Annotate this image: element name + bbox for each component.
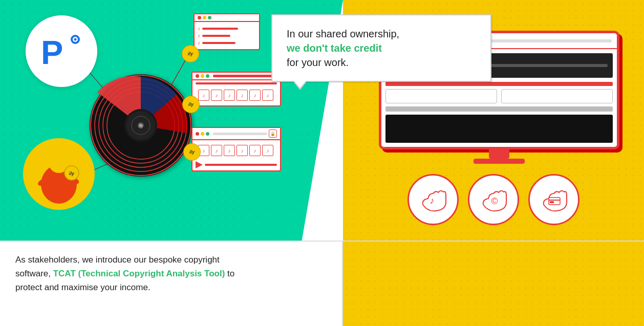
browser-body-1: ♪ ♪ ♪	[195, 22, 259, 49]
svg-text:ily: ily	[69, 171, 75, 176]
bottom-right	[343, 242, 644, 326]
music-cell: ♪	[198, 90, 209, 101]
browser-body-3: ♪ ♪ ♪ ♪ ♪ ♪	[192, 140, 280, 170]
tcat-stand	[489, 149, 509, 159]
browser-window-1: ♪ ♪ ♪	[194, 13, 260, 50]
music-note: ♪	[198, 33, 200, 38]
artist-svg: ily	[28, 143, 90, 205]
dot-y-1	[203, 16, 206, 19]
svg-text:©: ©	[491, 196, 498, 206]
speech-line1-text: In our shared ownership,	[287, 28, 399, 39]
logo-svg: P	[38, 33, 84, 69]
music-cell: ♪	[262, 90, 273, 101]
dot-red-2	[196, 74, 199, 78]
playback-bar	[196, 161, 277, 168]
tcat-input-row	[385, 89, 613, 103]
music-cell: ♪	[224, 90, 235, 101]
bottom-section: As stakeholders, we introduce our bespok…	[0, 241, 644, 326]
logo-circle: P	[26, 15, 97, 87]
browser-body-2: ♪ ♪ ♪ ♪ ♪ ♪	[192, 80, 280, 105]
tcat-input-2	[501, 89, 613, 103]
bottom-left: As stakeholders, we introduce our bespok…	[0, 242, 343, 326]
music-hand-svg: ♪	[418, 184, 448, 215]
browser-window-3: 🔒 ♪ ♪ ♪ ♪ ♪ ♪	[191, 127, 281, 171]
svg-rect-31	[550, 201, 554, 203]
dot-red-3	[196, 132, 199, 136]
speech-highlight: we don't take credit	[287, 42, 382, 54]
titlebar-1	[195, 14, 259, 22]
play-icon	[196, 161, 203, 168]
address-bar	[213, 75, 277, 77]
titlebar-3: 🔒	[192, 128, 280, 140]
lock-icon: 🔒	[269, 129, 277, 138]
music-grid-3: ♪ ♪ ♪ ♪ ♪ ♪	[196, 142, 277, 159]
address-bar	[213, 133, 267, 135]
progress	[205, 164, 277, 166]
tcat-wide-bar	[385, 106, 613, 112]
card-hand-svg	[539, 184, 569, 215]
ily-badge-1: ily	[182, 45, 199, 62]
tcat-base	[474, 159, 525, 164]
music-line: ♪	[198, 33, 256, 38]
music-line: ♪	[198, 26, 256, 31]
ily-badge-2: ily	[182, 96, 200, 113]
tcat-red-bar	[385, 82, 613, 86]
top-bar	[196, 82, 277, 84]
music-bar	[202, 28, 238, 30]
tcat-input-1	[385, 89, 497, 103]
music-grid-2: ♪ ♪ ♪ ♪ ♪ ♪	[196, 87, 277, 103]
top-section: P ily	[0, 0, 644, 241]
music-note: ♪	[198, 26, 200, 31]
music-cell: ♪	[211, 145, 222, 156]
copyright-icon-circle: ©	[468, 174, 519, 225]
card-icon-circle	[528, 174, 579, 225]
music-cell: ♪	[224, 145, 235, 156]
dot-y-3	[201, 132, 204, 136]
dot-g-3	[206, 132, 209, 136]
tcat-black-area	[385, 115, 613, 143]
music-cell: ♪	[237, 90, 248, 101]
dot-g-1	[208, 16, 211, 19]
music-cell: ♪	[249, 145, 261, 156]
music-cell: ♪	[249, 90, 261, 101]
copyright-hand-svg: ©	[478, 184, 509, 215]
svg-text:ily: ily	[139, 123, 143, 128]
dot-y-2	[201, 74, 204, 78]
tcat-link[interactable]: TCAT (Technical Copyright Analysis Tool)	[53, 269, 225, 278]
ily-badge-3: ily	[183, 143, 201, 161]
speech-line3: for your work.	[287, 55, 476, 70]
dot-g-2	[206, 74, 209, 78]
browser-window-2: ♪ ♪ ♪ ♪ ♪ ♪	[191, 72, 281, 106]
svg-text:P: P	[41, 34, 63, 69]
svg-text:♪: ♪	[430, 195, 435, 206]
music-bar	[202, 42, 235, 44]
music-line: ♪	[198, 40, 256, 46]
speech-line1: In our shared ownership,	[287, 27, 476, 41]
artist-circle: ily	[23, 138, 95, 210]
speech-line2: we don't take credit	[287, 41, 476, 55]
dot-red-1	[198, 16, 201, 19]
svg-point-8	[74, 38, 77, 41]
music-bar	[202, 35, 230, 37]
music-cell: ♪	[262, 145, 273, 156]
vinyl-record: ily	[87, 72, 195, 181]
music-cell: ♪	[211, 90, 222, 101]
vinyl-svg: ily	[87, 72, 195, 179]
titlebar-2	[192, 73, 280, 80]
bottom-text: As stakeholders, we introduce our bespok…	[15, 253, 327, 295]
icons-row: ♪ ©	[343, 168, 644, 225]
speech-bubble: In our shared ownership, we don't take c…	[271, 14, 491, 82]
music-note: ♪	[198, 40, 200, 46]
music-icon-circle: ♪	[407, 174, 459, 225]
music-cell: ♪	[237, 145, 248, 156]
